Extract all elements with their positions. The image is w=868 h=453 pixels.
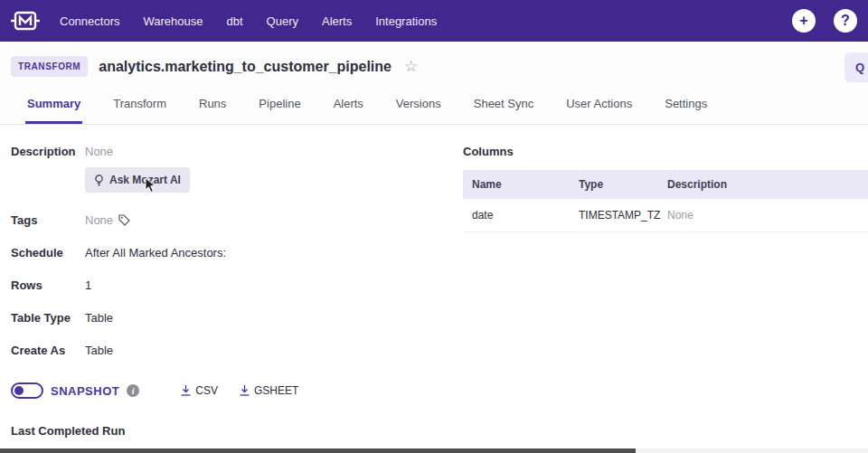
- info-icon[interactable]: i: [127, 384, 139, 397]
- favorite-star-icon[interactable]: ☆: [404, 57, 418, 76]
- mozart-logo-icon[interactable]: [11, 7, 40, 34]
- page-title: analytics.marketing_to_customer_pipeline: [99, 59, 392, 75]
- transform-badge: TRANSFORM: [11, 56, 88, 77]
- table-type-value: Table: [85, 311, 113, 325]
- rows-row: Rows 1: [11, 278, 463, 292]
- horizontal-scrollbar-thumb[interactable]: [0, 448, 636, 453]
- snapshot-row: SNAPSHOT i CSV GSHEET: [11, 382, 463, 399]
- summary-content: Description None Ask Mozart AI Tags None: [0, 125, 868, 453]
- page-header: TRANSFORM analytics.marketing_to_custome…: [0, 42, 868, 88]
- columns-panel: Columns Name Type Description date TIMES…: [463, 145, 868, 453]
- create-as-value: Table: [85, 344, 113, 357]
- download-csv-link[interactable]: CSV: [181, 384, 218, 397]
- top-navbar: Connectors Warehouse dbt Query Alerts In…: [0, 0, 868, 42]
- csv-label: CSV: [195, 384, 218, 397]
- col-header-description: Description: [658, 170, 868, 199]
- nav-item-alerts[interactable]: Alerts: [322, 14, 352, 28]
- lightbulb-icon: [94, 175, 104, 186]
- nav-item-warehouse[interactable]: Warehouse: [143, 14, 203, 28]
- rows-label: Rows: [11, 278, 85, 292]
- download-gsheet-link[interactable]: GSHEET: [240, 384, 298, 397]
- nav-item-dbt[interactable]: dbt: [226, 14, 242, 28]
- col-header-name: Name: [463, 170, 570, 199]
- ask-mozart-ai-label: Ask Mozart AI: [109, 174, 181, 186]
- nav-item-connectors[interactable]: Connectors: [60, 14, 119, 28]
- tab-sheet-sync[interactable]: Sheet Sync: [472, 88, 536, 124]
- tab-bar: Summary Transform Runs Pipeline Alerts V…: [0, 88, 868, 125]
- snapshot-toggle[interactable]: [11, 382, 43, 399]
- nav-item-integrations[interactable]: Integrations: [375, 14, 437, 28]
- nav-menu: Connectors Warehouse dbt Query Alerts In…: [60, 14, 437, 28]
- columns-title: Columns: [463, 145, 868, 158]
- tab-alerts[interactable]: Alerts: [332, 88, 365, 124]
- tags-value: None: [85, 213, 113, 227]
- table-type-label: Table Type: [11, 311, 85, 325]
- tags-row: Tags None: [11, 213, 463, 227]
- tab-settings[interactable]: Settings: [663, 88, 709, 124]
- description-label: Description: [11, 145, 85, 158]
- tab-transform[interactable]: Transform: [111, 88, 168, 124]
- last-completed-run-title: Last Completed Run: [11, 424, 463, 438]
- tab-runs[interactable]: Runs: [197, 88, 228, 124]
- nav-item-query[interactable]: Query: [267, 14, 298, 28]
- help-button[interactable]: ?: [834, 9, 857, 33]
- columns-table: Name Type Description date TIMESTAMP_TZ …: [463, 170, 868, 232]
- download-icon: [240, 385, 250, 396]
- gsheet-label: GSHEET: [254, 384, 298, 397]
- table-type-row: Table Type Table: [11, 311, 463, 325]
- details-panel: Description None Ask Mozart AI Tags None: [0, 145, 463, 453]
- schedule-label: Schedule: [11, 246, 85, 260]
- description-value: None: [85, 145, 113, 158]
- tags-label: Tags: [11, 213, 85, 227]
- tab-summary[interactable]: Summary: [25, 88, 82, 124]
- tab-user-actions[interactable]: User Actions: [564, 88, 634, 124]
- create-as-label: Create As: [11, 344, 85, 357]
- add-button[interactable]: +: [792, 9, 816, 33]
- download-icon: [181, 385, 191, 396]
- columns-table-header: Name Type Description: [463, 170, 868, 199]
- schedule-row: Schedule After All Marked Ancestors:: [11, 246, 463, 260]
- description-row: Description None: [11, 145, 463, 158]
- create-as-row: Create As Table: [11, 344, 463, 357]
- query-shortcut-button[interactable]: Q: [844, 52, 868, 82]
- tab-pipeline[interactable]: Pipeline: [257, 88, 302, 124]
- ask-ai-row: Ask Mozart AI: [85, 167, 463, 193]
- tab-versions[interactable]: Versions: [394, 88, 443, 124]
- tag-icon[interactable]: [118, 214, 130, 226]
- col-header-type: Type: [570, 170, 658, 199]
- ask-mozart-ai-button[interactable]: Ask Mozart AI: [85, 167, 190, 193]
- table-row[interactable]: date TIMESTAMP_TZ None: [463, 199, 868, 232]
- cell-type: TIMESTAMP_TZ: [570, 199, 658, 231]
- nav-right-actions: + ?: [792, 9, 859, 33]
- snapshot-label: SNAPSHOT: [51, 384, 119, 398]
- cell-name: date: [463, 199, 570, 231]
- cell-description: None: [658, 199, 868, 231]
- rows-value: 1: [85, 278, 91, 292]
- schedule-value: After All Marked Ancestors:: [85, 246, 226, 260]
